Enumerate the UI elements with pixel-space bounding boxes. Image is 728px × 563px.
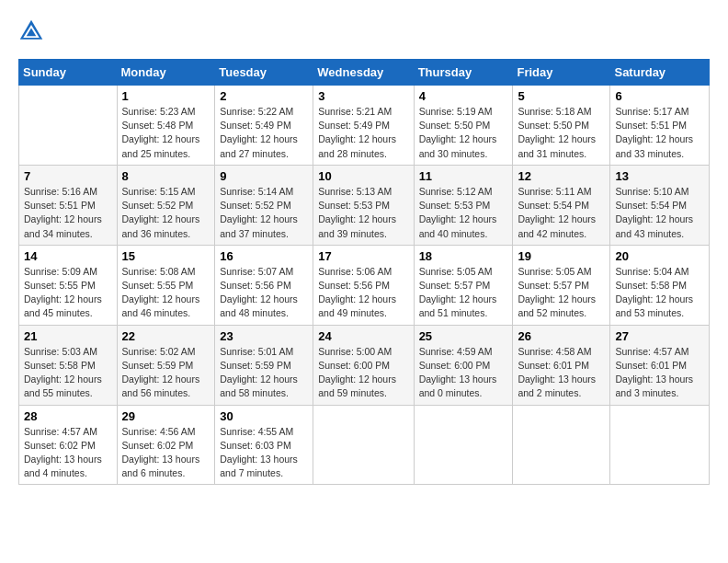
calendar-cell: 9Sunrise: 5:14 AMSunset: 5:52 PMDaylight… xyxy=(215,165,313,245)
calendar-cell: 16Sunrise: 5:07 AMSunset: 5:56 PMDayligh… xyxy=(215,245,313,325)
header-day-sunday: Sunday xyxy=(19,60,118,86)
calendar-cell xyxy=(513,405,610,485)
calendar-header-row: SundayMondayTuesdayWednesdayThursdayFrid… xyxy=(19,60,710,86)
day-info: Sunrise: 5:12 AMSunset: 5:53 PMDaylight:… xyxy=(419,185,508,241)
calendar-cell: 10Sunrise: 5:13 AMSunset: 5:53 PMDayligh… xyxy=(313,165,414,245)
day-number: 28 xyxy=(24,409,112,423)
day-info: Sunrise: 5:00 AMSunset: 6:00 PMDaylight:… xyxy=(318,345,408,401)
day-number: 7 xyxy=(24,169,112,183)
calendar-cell: 28Sunrise: 4:57 AMSunset: 6:02 PMDayligh… xyxy=(19,405,118,485)
day-number: 15 xyxy=(122,249,210,263)
calendar-cell: 15Sunrise: 5:08 AMSunset: 5:55 PMDayligh… xyxy=(117,245,215,325)
calendar-cell: 13Sunrise: 5:10 AMSunset: 5:54 PMDayligh… xyxy=(610,165,710,245)
calendar-cell xyxy=(19,86,118,166)
day-info: Sunrise: 4:57 AMSunset: 6:01 PMDaylight:… xyxy=(615,345,704,401)
day-info: Sunrise: 5:05 AMSunset: 5:57 PMDaylight:… xyxy=(419,265,508,321)
day-number: 10 xyxy=(318,169,408,183)
day-number: 12 xyxy=(518,169,605,183)
day-number: 1 xyxy=(122,89,210,103)
header-day-saturday: Saturday xyxy=(610,60,710,86)
day-number: 27 xyxy=(615,329,704,343)
week-row-4: 21Sunrise: 5:03 AMSunset: 5:58 PMDayligh… xyxy=(19,325,710,405)
week-row-3: 14Sunrise: 5:09 AMSunset: 5:55 PMDayligh… xyxy=(19,245,710,325)
calendar-cell: 6Sunrise: 5:17 AMSunset: 5:51 PMDaylight… xyxy=(610,86,710,166)
day-info: Sunrise: 5:18 AMSunset: 5:50 PMDaylight:… xyxy=(518,105,605,161)
calendar-cell: 7Sunrise: 5:16 AMSunset: 5:51 PMDaylight… xyxy=(19,165,118,245)
calendar-cell: 2Sunrise: 5:22 AMSunset: 5:49 PMDaylight… xyxy=(215,86,313,166)
day-info: Sunrise: 5:07 AMSunset: 5:56 PMDaylight:… xyxy=(220,265,308,321)
header-day-friday: Friday xyxy=(513,60,610,86)
day-number: 30 xyxy=(220,409,308,423)
day-number: 24 xyxy=(318,329,408,343)
calendar-cell: 4Sunrise: 5:19 AMSunset: 5:50 PMDaylight… xyxy=(414,86,513,166)
day-info: Sunrise: 4:59 AMSunset: 6:00 PMDaylight:… xyxy=(419,345,508,401)
day-info: Sunrise: 5:04 AMSunset: 5:58 PMDaylight:… xyxy=(615,265,704,321)
day-info: Sunrise: 5:08 AMSunset: 5:55 PMDaylight:… xyxy=(122,265,210,321)
calendar-cell: 24Sunrise: 5:00 AMSunset: 6:00 PMDayligh… xyxy=(313,325,414,405)
day-info: Sunrise: 4:56 AMSunset: 6:02 PMDaylight:… xyxy=(122,425,210,481)
day-info: Sunrise: 5:15 AMSunset: 5:52 PMDaylight:… xyxy=(122,185,210,241)
day-number: 11 xyxy=(419,169,508,183)
day-number: 9 xyxy=(220,169,308,183)
day-info: Sunrise: 5:22 AMSunset: 5:49 PMDaylight:… xyxy=(220,105,308,161)
logo-icon xyxy=(18,18,44,44)
day-info: Sunrise: 5:02 AMSunset: 5:59 PMDaylight:… xyxy=(122,345,210,401)
calendar-cell: 20Sunrise: 5:04 AMSunset: 5:58 PMDayligh… xyxy=(610,245,710,325)
day-info: Sunrise: 5:14 AMSunset: 5:52 PMDaylight:… xyxy=(220,185,308,241)
day-number: 26 xyxy=(518,329,605,343)
calendar-cell: 25Sunrise: 4:59 AMSunset: 6:00 PMDayligh… xyxy=(414,325,513,405)
calendar-cell: 18Sunrise: 5:05 AMSunset: 5:57 PMDayligh… xyxy=(414,245,513,325)
day-number: 13 xyxy=(615,169,704,183)
day-info: Sunrise: 4:57 AMSunset: 6:02 PMDaylight:… xyxy=(24,425,112,481)
day-info: Sunrise: 5:17 AMSunset: 5:51 PMDaylight:… xyxy=(615,105,704,161)
day-number: 5 xyxy=(518,89,605,103)
day-info: Sunrise: 5:09 AMSunset: 5:55 PMDaylight:… xyxy=(24,265,112,321)
calendar-cell: 12Sunrise: 5:11 AMSunset: 5:54 PMDayligh… xyxy=(513,165,610,245)
day-number: 21 xyxy=(24,329,112,343)
day-info: Sunrise: 4:55 AMSunset: 6:03 PMDaylight:… xyxy=(220,425,308,481)
day-info: Sunrise: 5:01 AMSunset: 5:59 PMDaylight:… xyxy=(220,345,308,401)
calendar-cell: 3Sunrise: 5:21 AMSunset: 5:49 PMDaylight… xyxy=(313,86,414,166)
week-row-2: 7Sunrise: 5:16 AMSunset: 5:51 PMDaylight… xyxy=(19,165,710,245)
day-number: 3 xyxy=(318,89,408,103)
day-number: 22 xyxy=(122,329,210,343)
day-number: 6 xyxy=(615,89,704,103)
day-info: Sunrise: 5:03 AMSunset: 5:58 PMDaylight:… xyxy=(24,345,112,401)
header-day-thursday: Thursday xyxy=(414,60,513,86)
day-info: Sunrise: 5:19 AMSunset: 5:50 PMDaylight:… xyxy=(419,105,508,161)
day-info: Sunrise: 5:21 AMSunset: 5:49 PMDaylight:… xyxy=(318,105,408,161)
calendar-cell: 30Sunrise: 4:55 AMSunset: 6:03 PMDayligh… xyxy=(215,405,313,485)
day-info: Sunrise: 5:11 AMSunset: 5:54 PMDaylight:… xyxy=(518,185,605,241)
calendar-cell xyxy=(610,405,710,485)
day-number: 25 xyxy=(419,329,508,343)
day-info: Sunrise: 4:58 AMSunset: 6:01 PMDaylight:… xyxy=(518,345,605,401)
day-number: 19 xyxy=(518,249,605,263)
day-info: Sunrise: 5:10 AMSunset: 5:54 PMDaylight:… xyxy=(615,185,704,241)
week-row-5: 28Sunrise: 4:57 AMSunset: 6:02 PMDayligh… xyxy=(19,405,710,485)
day-info: Sunrise: 5:16 AMSunset: 5:51 PMDaylight:… xyxy=(24,185,112,241)
calendar-cell xyxy=(414,405,513,485)
day-number: 16 xyxy=(220,249,308,263)
day-number: 4 xyxy=(419,89,508,103)
day-number: 8 xyxy=(122,169,210,183)
calendar-cell: 11Sunrise: 5:12 AMSunset: 5:53 PMDayligh… xyxy=(414,165,513,245)
page-header xyxy=(18,18,710,44)
calendar-cell: 27Sunrise: 4:57 AMSunset: 6:01 PMDayligh… xyxy=(610,325,710,405)
day-number: 2 xyxy=(220,89,308,103)
day-number: 20 xyxy=(615,249,704,263)
calendar-cell: 22Sunrise: 5:02 AMSunset: 5:59 PMDayligh… xyxy=(117,325,215,405)
calendar-cell: 23Sunrise: 5:01 AMSunset: 5:59 PMDayligh… xyxy=(215,325,313,405)
day-number: 14 xyxy=(24,249,112,263)
calendar-cell: 14Sunrise: 5:09 AMSunset: 5:55 PMDayligh… xyxy=(19,245,118,325)
calendar-cell: 5Sunrise: 5:18 AMSunset: 5:50 PMDaylight… xyxy=(513,86,610,166)
day-info: Sunrise: 5:23 AMSunset: 5:48 PMDaylight:… xyxy=(122,105,210,161)
logo xyxy=(18,18,48,44)
day-info: Sunrise: 5:06 AMSunset: 5:56 PMDaylight:… xyxy=(318,265,408,321)
calendar-cell: 29Sunrise: 4:56 AMSunset: 6:02 PMDayligh… xyxy=(117,405,215,485)
calendar-cell: 1Sunrise: 5:23 AMSunset: 5:48 PMDaylight… xyxy=(117,86,215,166)
header-day-monday: Monday xyxy=(117,60,215,86)
calendar-table: SundayMondayTuesdayWednesdayThursdayFrid… xyxy=(18,59,710,485)
header-day-wednesday: Wednesday xyxy=(313,60,414,86)
calendar-cell xyxy=(313,405,414,485)
header-day-tuesday: Tuesday xyxy=(215,60,313,86)
